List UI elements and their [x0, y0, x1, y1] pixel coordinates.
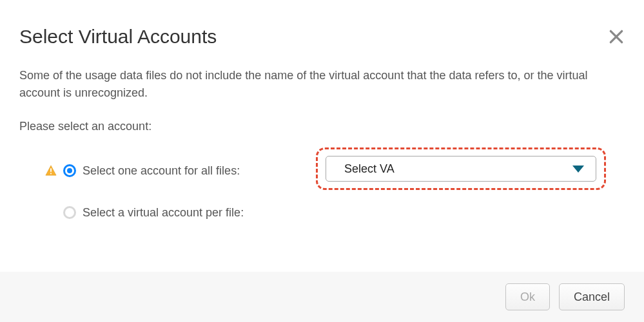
option-per-file-row: Select a virtual account per file:: [45, 203, 625, 222]
warning-icon: [45, 165, 57, 176]
chevron-down-icon: [572, 166, 584, 173]
radio-per-file[interactable]: [63, 206, 76, 219]
svg-rect-4: [50, 173, 52, 175]
dialog-body: Some of the usage data files do not incl…: [0, 54, 644, 272]
option-all-files[interactable]: Select one account for all files:: [45, 164, 303, 178]
select-va-highlight: Select VA: [316, 147, 606, 190]
radio-all-files[interactable]: [63, 164, 76, 177]
svg-rect-3: [50, 168, 52, 171]
select-va-dropdown[interactable]: Select VA: [326, 156, 596, 182]
close-button[interactable]: [608, 28, 625, 45]
ok-button[interactable]: Ok: [505, 283, 550, 310]
dialog-header: Select Virtual Accounts: [0, 0, 644, 54]
cancel-button[interactable]: Cancel: [559, 283, 625, 310]
option-all-files-row: Select one account for all files: Select…: [45, 151, 625, 190]
dialog-footer: Ok Cancel: [0, 272, 644, 322]
dialog-title: Select Virtual Accounts: [19, 26, 217, 48]
option-per-file[interactable]: Select a virtual account per file:: [45, 206, 303, 220]
option-all-files-label: Select one account for all files:: [83, 164, 240, 178]
close-icon: [608, 28, 625, 45]
dialog-description: Some of the usage data files do not incl…: [19, 67, 625, 102]
select-virtual-accounts-dialog: Select Virtual Accounts Some of the usag…: [0, 0, 644, 322]
select-va-value: Select VA: [344, 162, 395, 176]
account-options: Select one account for all files: Select…: [19, 151, 625, 222]
dialog-prompt: Please select an account:: [19, 120, 625, 133]
option-per-file-label: Select a virtual account per file:: [83, 206, 244, 220]
